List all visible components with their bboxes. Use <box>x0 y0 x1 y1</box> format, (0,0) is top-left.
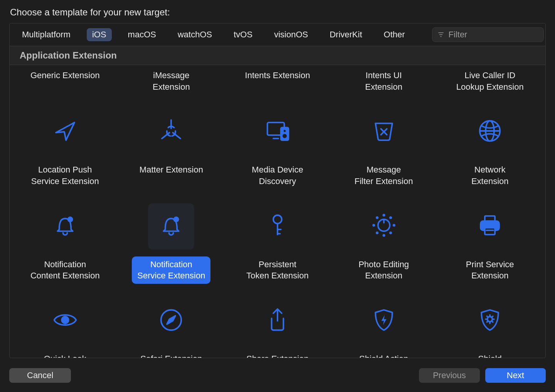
compass-icon <box>158 307 185 335</box>
template-persistent-token-extension[interactable]: PersistentToken Extension <box>224 199 331 294</box>
template-shield-configuration[interactable]: ShieldConfiguration <box>437 294 543 358</box>
template-grid: Generic Extension iMessageExtension Inte… <box>12 67 543 358</box>
template-label: Intents Extension <box>240 67 316 84</box>
cancel-button[interactable]: Cancel <box>9 368 71 383</box>
template-location-push-service-extension[interactable]: Location PushService Extension <box>12 105 118 199</box>
shield-bolt-icon <box>370 307 397 335</box>
tab-macos[interactable]: macOS <box>123 28 161 41</box>
template-label: Intents UIExtension <box>360 67 408 95</box>
template-generic-extension[interactable]: Generic Extension <box>12 67 118 105</box>
template-intents-ui-extension[interactable]: Intents UIExtension <box>331 67 437 105</box>
template-imessage-extension[interactable]: iMessageExtension <box>118 67 225 105</box>
template-photo-editing-extension[interactable]: Photo EditingExtension <box>331 199 437 294</box>
template-network-extension[interactable]: NetworkExtension <box>437 105 543 199</box>
template-label: ShieldConfiguration <box>459 351 521 358</box>
platform-tabbar: Multiplatform iOS macOS watchOS tvOS vis… <box>10 23 545 46</box>
svg-line-41 <box>492 321 493 322</box>
matter-icon <box>158 117 185 146</box>
template-label: Share Extension <box>241 351 314 358</box>
tab-visionos[interactable]: visionOS <box>269 28 313 41</box>
svg-point-6 <box>284 130 286 132</box>
svg-point-21 <box>383 214 384 216</box>
tab-driverkit[interactable]: DriverKit <box>324 28 367 41</box>
template-matter-extension[interactable]: Matter Extension <box>118 105 225 199</box>
svg-point-15 <box>273 215 282 224</box>
tab-other[interactable]: Other <box>378 28 410 41</box>
printer-icon <box>476 212 503 241</box>
sheet-title: Choose a template for your new target: <box>10 7 546 18</box>
globe-icon <box>476 117 503 146</box>
template-label: iMessageExtension <box>147 67 195 95</box>
svg-rect-31 <box>485 228 495 235</box>
template-frame: Multiplatform iOS macOS watchOS tvOS vis… <box>9 23 546 358</box>
svg-point-25 <box>383 235 384 236</box>
svg-line-40 <box>487 316 488 317</box>
template-label: Safari Extension <box>135 351 207 358</box>
svg-point-13 <box>68 217 72 221</box>
previous-button[interactable]: Previous <box>419 368 480 383</box>
template-label: Print ServiceExtension <box>461 256 520 284</box>
template-grid-scroll[interactable]: Generic Extension iMessageExtension Inte… <box>10 65 545 358</box>
template-safari-extension[interactable]: Safari Extension <box>118 294 225 358</box>
svg-point-26 <box>376 232 377 233</box>
filter-input[interactable] <box>448 29 546 40</box>
template-media-device-discovery[interactable]: Media DeviceDiscovery <box>224 105 331 199</box>
tab-tvos[interactable]: tvOS <box>228 28 258 41</box>
template-label: MessageFilter Extension <box>349 162 419 189</box>
svg-point-14 <box>174 217 178 221</box>
tab-watchos[interactable]: watchOS <box>172 28 217 41</box>
section-header-application-extension: Application Extension <box>10 46 545 65</box>
tab-multiplatform[interactable]: Multiplatform <box>17 28 76 41</box>
template-live-caller-id-lookup-extension[interactable]: Live Caller IDLookup Extension <box>437 67 543 105</box>
filter-icon <box>437 31 445 39</box>
svg-point-23 <box>393 225 394 226</box>
sheet-footer: Cancel Previous Next <box>9 358 546 383</box>
template-message-filter-extension[interactable]: MessageFilter Extension <box>331 105 437 199</box>
template-intents-extension[interactable]: Intents Extension <box>224 67 331 105</box>
template-label: Matter Extension <box>134 162 209 178</box>
brightness-dial-icon <box>370 212 397 241</box>
location-arrow-icon <box>52 117 79 146</box>
template-label: Generic Extension <box>25 67 105 84</box>
tab-ios[interactable]: iOS <box>87 28 112 41</box>
template-notification-content-extension[interactable]: NotificationContent Extension <box>12 199 118 294</box>
template-shield-action-extension[interactable]: Shield ActionExtension <box>331 294 437 358</box>
svg-point-28 <box>376 217 377 218</box>
eye-icon <box>52 307 79 335</box>
bell-icon <box>52 212 79 241</box>
template-label: Media DeviceDiscovery <box>246 162 308 189</box>
template-notification-service-extension[interactable]: NotificationService Extension <box>118 199 225 294</box>
svg-point-33 <box>62 317 69 323</box>
bell-icon <box>158 212 185 241</box>
template-label: Live Caller IDLookup Extension <box>451 67 529 95</box>
shield-gear-icon <box>476 307 503 335</box>
template-label: Photo EditingExtension <box>353 256 414 284</box>
next-button[interactable]: Next <box>485 368 546 383</box>
svg-point-7 <box>283 134 287 138</box>
svg-line-42 <box>492 316 493 317</box>
filter-field[interactable] <box>432 27 544 42</box>
template-label: Quick LookPreview Extension <box>25 351 105 358</box>
svg-rect-30 <box>485 216 495 221</box>
template-print-service-extension[interactable]: Print ServiceExtension <box>437 199 543 294</box>
template-quick-look-preview-extension[interactable]: Quick LookPreview Extension <box>12 294 118 358</box>
svg-point-27 <box>373 225 374 226</box>
template-label: NetworkExtension <box>466 162 514 189</box>
template-label: NotificationService Extension <box>132 256 210 284</box>
svg-line-43 <box>487 321 488 322</box>
svg-point-22 <box>390 217 391 218</box>
template-label: Shield ActionExtension <box>354 351 414 358</box>
key-icon <box>264 212 291 241</box>
template-label: PersistentToken Extension <box>241 256 314 284</box>
svg-point-24 <box>390 232 391 233</box>
share-icon <box>264 307 291 335</box>
media-device-icon <box>264 117 291 146</box>
template-label: NotificationContent Extension <box>25 256 105 284</box>
template-label: Location PushService Extension <box>26 162 104 189</box>
new-target-template-sheet: Choose a template for your new target: M… <box>0 0 555 392</box>
template-share-extension[interactable]: Share Extension <box>224 294 331 358</box>
trash-x-icon <box>370 117 397 146</box>
